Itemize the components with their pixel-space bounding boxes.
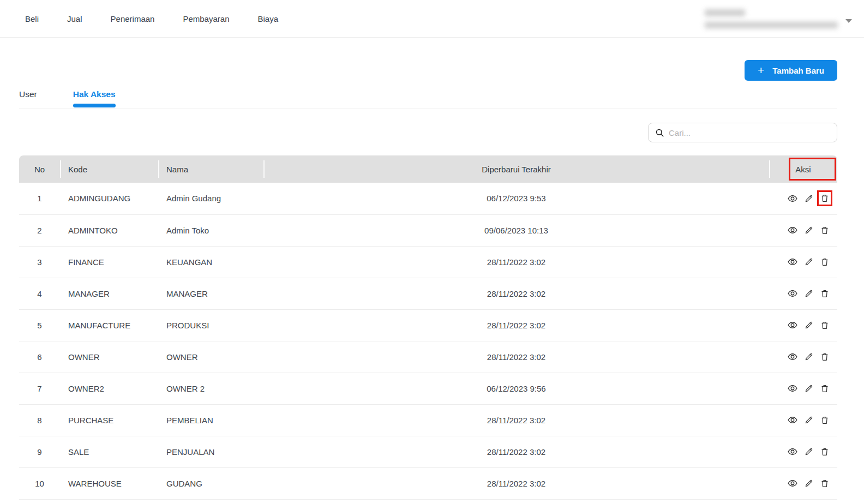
view-button[interactable] xyxy=(787,288,798,299)
delete-button[interactable] xyxy=(820,478,830,489)
cell-nama: OWNER xyxy=(158,341,263,373)
delete-button[interactable] xyxy=(820,447,830,457)
cell-updated: 09/06/2023 10:13 xyxy=(263,214,769,246)
tab-hak-akses[interactable]: Hak Akses xyxy=(73,89,116,99)
pencil-icon xyxy=(804,320,814,330)
edit-button[interactable] xyxy=(804,478,814,488)
nav-item-penerimaan[interactable]: Penerimaan xyxy=(111,14,155,23)
user-name-redacted xyxy=(705,9,745,16)
user-menu[interactable] xyxy=(705,9,852,28)
cell-no: 9 xyxy=(19,436,60,467)
view-button[interactable] xyxy=(787,225,798,236)
eye-icon xyxy=(787,288,798,299)
cell-no: 6 xyxy=(19,341,60,373)
delete-button[interactable] xyxy=(820,352,830,362)
table-header: No Kode Nama Diperbarui Terakhir Aksi xyxy=(19,155,837,183)
cell-no: 4 xyxy=(19,278,60,309)
cell-nama: PRODUKSI xyxy=(158,309,263,341)
table-row: 5 MANUFACTURE PRODUKSI 28/11/2022 3:02 xyxy=(19,309,837,341)
cell-nama: KEUANGAN xyxy=(158,246,263,278)
cell-no: 1 xyxy=(19,183,60,214)
edit-button[interactable] xyxy=(804,194,814,203)
main-nav: Beli Jual Penerimaan Pembayaran Biaya xyxy=(25,14,278,23)
pencil-icon xyxy=(804,415,814,425)
trash-icon xyxy=(820,257,830,267)
nav-item-beli[interactable]: Beli xyxy=(25,14,39,23)
cell-kode: FINANCE xyxy=(60,246,158,278)
edit-button[interactable] xyxy=(804,352,814,362)
tab-user-label: User xyxy=(19,89,37,99)
edit-button[interactable] xyxy=(804,289,814,298)
table-row: 3 FINANCE KEUANGAN 28/11/2022 3:02 xyxy=(19,246,837,278)
delete-button[interactable] xyxy=(820,320,830,331)
eye-icon xyxy=(787,478,798,489)
view-button[interactable] xyxy=(787,383,798,394)
cell-actions xyxy=(769,436,837,467)
cell-kode: MANAGER xyxy=(60,278,158,309)
top-bar: Beli Jual Penerimaan Pembayaran Biaya xyxy=(0,0,864,38)
eye-icon xyxy=(787,225,798,236)
search-icon xyxy=(655,128,664,137)
nav-item-pembayaran[interactable]: Pembayaran xyxy=(183,14,229,23)
cell-nama: GUDANG xyxy=(158,467,263,499)
pencil-icon xyxy=(804,225,814,235)
cell-no: 7 xyxy=(19,373,60,404)
cell-actions xyxy=(769,309,837,341)
eye-icon xyxy=(787,193,798,204)
pencil-icon xyxy=(804,447,814,457)
view-button[interactable] xyxy=(787,320,798,331)
eye-icon xyxy=(787,351,798,362)
edit-button[interactable] xyxy=(804,320,814,330)
view-button[interactable] xyxy=(787,415,798,425)
chevron-down-icon[interactable] xyxy=(845,19,852,23)
tabs: User Hak Akses xyxy=(19,89,837,109)
search-input[interactable] xyxy=(669,128,830,137)
cell-kode: MANUFACTURE xyxy=(60,309,158,341)
view-button[interactable] xyxy=(787,446,798,457)
table-row: 7 OWNER2 OWNER 2 06/12/2023 9:56 xyxy=(19,373,837,404)
add-new-button-label: Tambah Baru xyxy=(772,66,824,75)
trash-icon xyxy=(820,478,830,489)
edit-button[interactable] xyxy=(804,415,814,425)
edit-button[interactable] xyxy=(804,225,814,235)
view-button[interactable] xyxy=(787,256,798,267)
pencil-icon xyxy=(804,383,814,393)
cell-actions xyxy=(769,404,837,436)
add-new-button[interactable]: + Tambah Baru xyxy=(745,60,837,81)
nav-item-jual[interactable]: Jual xyxy=(67,14,82,23)
table-row: 9 SALE PENJUALAN 28/11/2022 3:02 xyxy=(19,436,837,467)
edit-button[interactable] xyxy=(804,257,814,267)
edit-button[interactable] xyxy=(804,447,814,457)
delete-button[interactable] xyxy=(820,257,830,267)
delete-button[interactable] xyxy=(820,415,830,425)
cell-nama: OWNER 2 xyxy=(158,373,263,404)
delete-button[interactable] xyxy=(820,193,830,203)
cell-kode: SALE xyxy=(60,436,158,467)
column-header-no: No xyxy=(19,155,60,183)
trash-icon xyxy=(820,225,830,236)
delete-button[interactable] xyxy=(820,383,830,394)
cell-nama: PEMBELIAN xyxy=(158,404,263,436)
tab-user[interactable]: User xyxy=(19,89,37,99)
cell-kode: ADMINTOKO xyxy=(60,214,158,246)
trash-icon xyxy=(820,352,830,362)
cell-updated: 28/11/2022 3:02 xyxy=(263,341,769,373)
nav-item-biaya[interactable]: Biaya xyxy=(258,14,279,23)
cell-updated: 28/11/2022 3:02 xyxy=(263,309,769,341)
cell-updated: 06/12/2023 9:56 xyxy=(263,373,769,404)
column-header-nama: Nama xyxy=(158,155,263,183)
view-button[interactable] xyxy=(787,193,798,204)
tab-hak-akses-label: Hak Akses xyxy=(73,89,116,99)
edit-button[interactable] xyxy=(804,383,814,393)
user-info xyxy=(705,9,838,28)
table-row: 8 PURCHASE PEMBELIAN 28/11/2022 3:02 xyxy=(19,404,837,436)
view-button[interactable] xyxy=(787,351,798,362)
search-row xyxy=(19,123,837,142)
view-button[interactable] xyxy=(787,478,798,489)
column-header-aksi: Aksi xyxy=(769,155,837,183)
delete-button[interactable] xyxy=(820,289,830,299)
eye-icon xyxy=(787,383,798,394)
delete-button[interactable] xyxy=(820,225,830,236)
table-row: 6 OWNER OWNER 28/11/2022 3:02 xyxy=(19,341,837,373)
trash-icon xyxy=(820,415,830,425)
